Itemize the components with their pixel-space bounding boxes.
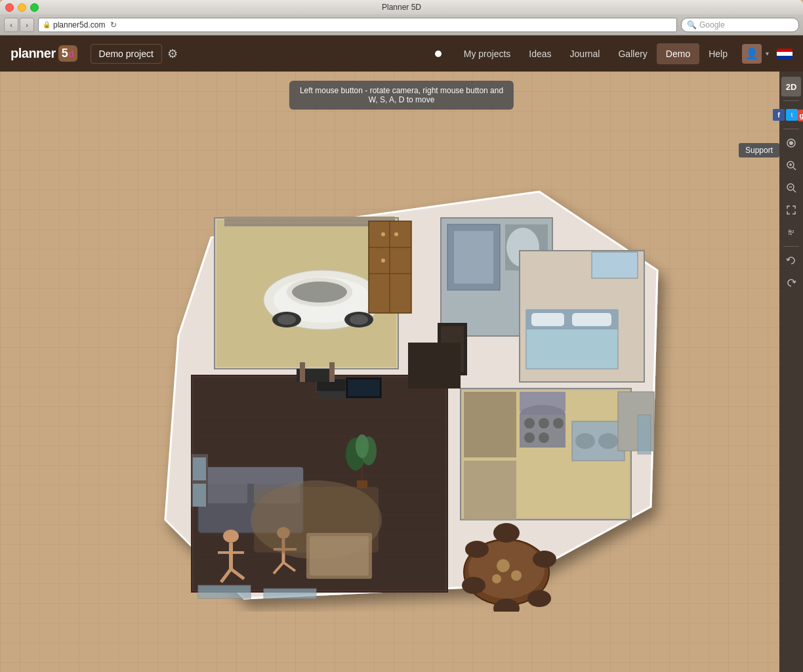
floor-plan-svg (113, 139, 703, 612)
svg-point-38 (539, 418, 549, 429)
logo-badge: 5 d (58, 45, 77, 62)
logo-5: 5 (62, 47, 68, 60)
svg-rect-107 (408, 343, 461, 388)
svg-rect-103 (264, 589, 316, 598)
social-buttons: f t g+ (781, 105, 801, 125)
sidebar-divider-3 (783, 246, 799, 247)
user-menu[interactable]: 👤 ▾ (742, 44, 793, 64)
svg-rect-43 (464, 461, 516, 520)
search-placeholder: Google (699, 20, 725, 30)
right-sidebar: 2D f t g+ (779, 72, 803, 672)
url-text: planner5d.com (53, 20, 105, 30)
settings-button[interactable]: ⚙ (167, 47, 178, 61)
facebook-button[interactable]: f (773, 109, 785, 121)
reload-button[interactable]: ↻ (108, 19, 119, 31)
traffic-lights (5, 3, 39, 12)
svg-rect-102 (198, 585, 251, 598)
browser-titlebar: Planner 5D (0, 0, 803, 14)
logo-text: planner (10, 46, 56, 61)
svg-point-87 (493, 523, 520, 543)
svg-rect-30 (531, 313, 564, 326)
svg-rect-27 (592, 252, 638, 278)
main-canvas[interactable]: Left mouse button - rotate camera, right… (0, 72, 803, 672)
zoom-in-button[interactable] (781, 156, 801, 175)
svg-rect-104 (638, 415, 651, 454)
nav-demo[interactable]: Demo (657, 43, 699, 64)
screenshot-button[interactable] (781, 133, 801, 153)
logo-area: planner 5 d (10, 45, 77, 62)
svg-rect-84 (357, 480, 367, 488)
svg-point-37 (524, 418, 535, 429)
svg-point-13 (350, 314, 368, 325)
svg-rect-108 (300, 362, 305, 382)
search-bar[interactable]: 🔍 Google (681, 18, 799, 32)
svg-point-39 (553, 418, 564, 429)
svg-point-92 (533, 551, 556, 568)
zoom-out-button[interactable] (781, 178, 801, 198)
svg-point-95 (492, 574, 501, 583)
close-button[interactable] (5, 3, 14, 12)
nav-journal[interactable]: Journal (561, 43, 609, 64)
project-name[interactable]: Demo project (91, 44, 162, 64)
nav-ideas[interactable]: Ideas (520, 43, 560, 64)
svg-rect-100 (193, 457, 206, 480)
svg-point-111 (789, 141, 793, 145)
search-icon: 🔍 (687, 20, 697, 30)
nav-my-projects[interactable]: My projects (455, 43, 520, 64)
nav-links: My projects Ideas Journal Gallery Demo H… (455, 43, 737, 64)
svg-point-94 (511, 570, 522, 581)
svg-point-20 (381, 259, 385, 262)
svg-rect-101 (193, 484, 206, 507)
2d-view-button[interactable]: 2D (781, 77, 801, 96)
redo-button[interactable] (781, 273, 801, 293)
svg-rect-79 (310, 536, 369, 576)
forward-button[interactable]: › (20, 18, 34, 32)
browser-toolbar: ‹ › 🔒 planner5d.com ↻ 🔍 Google (0, 14, 803, 35)
browser-title: Planner 5D (382, 3, 421, 12)
fullscreen-button[interactable] (781, 200, 801, 220)
svg-line-113 (793, 167, 796, 170)
nav-help[interactable]: Help (699, 43, 737, 64)
back-button[interactable]: ‹ (4, 18, 18, 32)
svg-rect-42 (464, 392, 516, 457)
user-chevron-icon: ▾ (766, 50, 769, 57)
svg-point-46 (598, 433, 618, 449)
svg-point-91 (527, 590, 551, 607)
svg-rect-23 (454, 231, 493, 284)
user-avatar: 👤 (742, 44, 762, 64)
svg-point-18 (381, 232, 385, 236)
maximize-button[interactable] (30, 3, 39, 12)
nav-gallery[interactable]: Gallery (609, 43, 656, 64)
svg-rect-109 (329, 362, 335, 382)
sidebar-divider-2 (783, 129, 799, 129)
lock-icon: 🔒 (43, 21, 51, 28)
language-flag[interactable] (777, 49, 793, 59)
nav-buttons: ‹ › (4, 18, 34, 32)
svg-point-9 (292, 282, 347, 303)
svg-rect-65 (198, 467, 303, 484)
svg-point-88 (465, 541, 489, 558)
undo-button[interactable] (781, 251, 801, 270)
svg-point-12 (278, 314, 296, 325)
nav-dot (435, 51, 442, 57)
tooltip: Left mouse button - rotate camera, right… (289, 81, 514, 110)
logo[interactable]: planner 5 d (10, 45, 77, 62)
logo-d: d (69, 49, 74, 59)
browser-window: Planner 5D ‹ › 🔒 planner5d.com ↻ 🔍 Googl… (0, 0, 803, 672)
support-button[interactable]: Support (739, 143, 779, 158)
svg-point-66 (223, 530, 239, 543)
floor-plan-container[interactable] (52, 104, 764, 646)
svg-point-41 (539, 432, 549, 443)
units-button[interactable]: ft² (781, 222, 801, 242)
svg-point-89 (462, 577, 485, 594)
svg-point-93 (497, 559, 510, 572)
svg-point-83 (356, 434, 369, 458)
svg-rect-106 (348, 379, 380, 396)
twitter-button[interactable]: t (786, 109, 798, 121)
minimize-button[interactable] (18, 3, 26, 12)
2d-label: 2D (786, 82, 797, 92)
svg-line-117 (793, 190, 796, 192)
address-bar[interactable]: 🔒 planner5d.com ↻ (38, 18, 677, 32)
svg-point-19 (394, 232, 398, 236)
google-plus-button[interactable]: g+ (798, 110, 803, 121)
